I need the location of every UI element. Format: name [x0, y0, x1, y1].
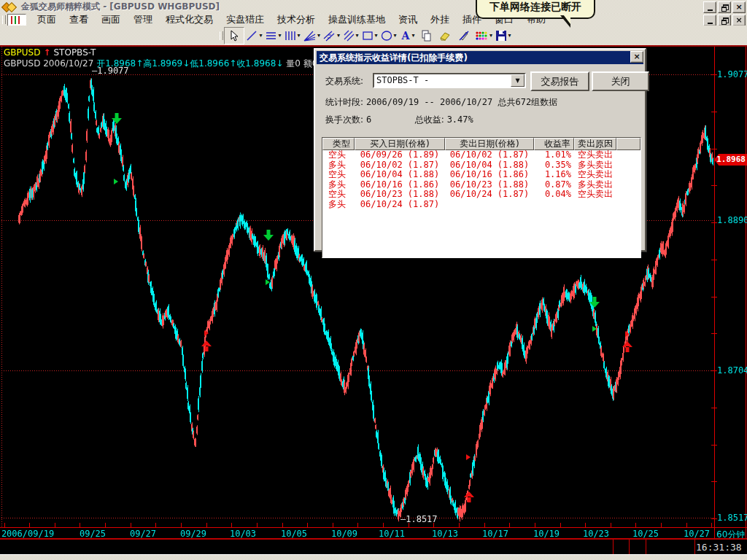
menu-item-1[interactable]: 查看: [63, 12, 95, 27]
minimize-button[interactable]: [703, 1, 716, 13]
rectangle-tool-dropdown-icon[interactable]: ▾: [375, 32, 378, 39]
verticals-tool-dropdown-icon[interactable]: ▾: [297, 32, 300, 39]
period-label: 统计时段:: [325, 97, 363, 107]
table-cell-3-4: 多头卖出: [574, 180, 616, 190]
table-cell-0-2: 06/10/02 (1.87): [445, 150, 534, 160]
channel-tool-dropdown-icon[interactable]: ▾: [337, 32, 340, 39]
combo-dropdown-button[interactable]: ▼: [511, 74, 525, 87]
copy-tool[interactable]: [417, 28, 436, 44]
period-value: 2006/09/19 -- 2006/10/27 总共672组数据: [366, 97, 557, 107]
hatch-tool-dropdown-icon[interactable]: ▾: [356, 32, 359, 39]
menu-item-3[interactable]: 管理: [127, 12, 159, 27]
table-cell-3-1: 06/10/16 (1.86): [355, 180, 445, 190]
menu-item-2[interactable]: 画面: [95, 12, 127, 27]
status-divider-0: [613, 540, 614, 554]
menu-item-8[interactable]: 资讯: [392, 12, 424, 27]
menu-item-9[interactable]: 外挂: [424, 12, 456, 27]
ellipse-tool-dropdown-icon[interactable]: ▾: [394, 32, 397, 39]
menu-item-0[interactable]: 页面: [31, 12, 63, 27]
column-header-1[interactable]: 买入日期(价格): [355, 138, 445, 150]
app-icon: [2, 2, 18, 12]
save-tool-dropdown-icon[interactable]: ▾: [508, 32, 511, 39]
y-axis-label-2: 1.8704: [717, 365, 747, 376]
x-axis-label-7: 10/11: [379, 529, 405, 539]
signal-up-arrow-icon: ↑: [40, 47, 53, 58]
menu-item-4[interactable]: 程式化交易: [159, 12, 220, 27]
turnover-line: 换手次数: 6 总收益: 3.47%: [325, 114, 473, 126]
close-button[interactable]: 关闭: [592, 71, 649, 91]
palette-tool[interactable]: ▾: [473, 28, 493, 44]
column-header-3[interactable]: 收益率: [534, 138, 574, 150]
trade-report-button[interactable]: 交易报告: [530, 71, 589, 91]
verticals-tool[interactable]: ▾: [282, 28, 301, 44]
table-cell-1-4: 多头卖出: [574, 160, 616, 171]
minimize-button[interactable]: [703, 15, 716, 26]
chart-icon[interactable]: [7, 14, 26, 26]
fan-tool[interactable]: ▾: [301, 28, 321, 44]
table-row[interactable]: 空头06/10/23 (1.88)06/10/24 (1.87)0.04%空头卖…: [322, 190, 640, 200]
minimize-icon: [708, 9, 713, 11]
column-header-4[interactable]: 卖出原因: [574, 138, 616, 150]
line-tool-dropdown-icon[interactable]: ▾: [259, 32, 262, 39]
palette-tool-dropdown-icon[interactable]: ▾: [489, 32, 492, 39]
price-annotation-0: —1.9077: [92, 66, 129, 76]
close-icon: ×: [735, 4, 742, 11]
table-row[interactable]: 多头06/10/24 (1.87): [322, 200, 640, 210]
fan-tool-dropdown-icon[interactable]: ▾: [317, 32, 320, 39]
table-cell-5-4: [574, 200, 616, 210]
restore-button[interactable]: [718, 15, 731, 26]
table-cell-5-0: 多头: [322, 200, 355, 210]
no-draw-tool[interactable]: [454, 28, 473, 44]
trades-table-body: 空头06/09/26 (1.89)06/10/02 (1.87)1.01%空头卖…: [322, 150, 640, 209]
table-cell-2-1: 06/10/04 (1.88): [355, 170, 445, 180]
channel-tool[interactable]: ▾: [321, 28, 341, 44]
table-row[interactable]: 空头06/10/04 (1.88)06/10/16 (1.86)1.16%空头卖…: [322, 170, 640, 180]
table-cell-3-0: 多头: [322, 180, 355, 190]
trendlines-tool-dropdown-icon[interactable]: ▾: [278, 32, 281, 39]
status-divider-3: [694, 540, 695, 554]
table-cell-4-1: 06/10/23 (1.88): [355, 190, 445, 200]
trades-table[interactable]: 类型买入日期(价格)卖出日期(价格)收益率卖出原因 空头06/09/26 (1.…: [322, 137, 641, 258]
x-axis-label-6: 10/09: [331, 529, 357, 539]
system-select[interactable]: STOPBS-T - ▼: [373, 73, 526, 88]
pointer-tool[interactable]: [224, 27, 244, 44]
eraser-tool[interactable]: [436, 28, 454, 44]
close-button[interactable]: ×: [732, 15, 746, 26]
table-cell-4-2: 06/10/24 (1.87): [445, 190, 534, 200]
menu-item-7[interactable]: 操盘训练基地: [322, 12, 392, 27]
close-button[interactable]: ×: [732, 1, 746, 13]
dialog-title-bar[interactable]: 交易系统指示收益详情(已扣除手续费): [317, 51, 643, 64]
ellipse-tool[interactable]: ▾: [379, 28, 398, 44]
text-tool-dropdown-icon[interactable]: ▾: [412, 32, 415, 39]
dialog-close-button[interactable]: ×: [630, 51, 643, 63]
trendlines-tool[interactable]: ▾: [263, 28, 282, 44]
hatch-tool[interactable]: ▾: [341, 28, 360, 44]
column-header-0[interactable]: 类型: [322, 138, 355, 150]
text-tool[interactable]: A▾: [398, 28, 417, 44]
menu-item-5[interactable]: 实盘猎庄: [220, 12, 271, 27]
table-cell-4-4: 空头卖出: [574, 190, 616, 200]
dialog-title: 交易系统指示收益详情(已扣除手续费): [320, 52, 468, 64]
column-header-2[interactable]: 卖出日期(价格): [445, 138, 534, 150]
x-axis-label-12: 10/25: [632, 529, 659, 539]
toolbar-grip[interactable]: [2, 15, 6, 24]
turnover-value: 6: [366, 114, 371, 125]
x-axis-label-4: 10/03: [230, 529, 256, 539]
table-row[interactable]: 空头06/09/26 (1.89)06/10/02 (1.87)1.01%空头卖…: [322, 150, 640, 160]
network-warning-text: 下单网络连接已断开: [477, 1, 594, 14]
close-icon: ×: [735, 17, 742, 24]
menu-item-6[interactable]: 技术分析: [271, 12, 322, 27]
table-cell-1-3: 0.35%: [534, 160, 574, 171]
save-tool[interactable]: ▾: [493, 28, 512, 44]
table-row[interactable]: 多头06/10/02 (1.87)06/10/04 (1.88)0.35%多头卖…: [322, 160, 640, 171]
status-bar: [0, 554, 747, 560]
application-window: 金狐交易师精粹模式 - [GBPUSD WHGBPUSD] × 页面查看画面管理…: [0, 0, 747, 560]
restore-button[interactable]: [718, 1, 731, 13]
table-row[interactable]: 多头06/10/16 (1.86)06/10/23 (1.88)0.87%多头卖…: [322, 180, 640, 190]
profit-value: 3.47%: [447, 114, 473, 125]
y-axis-label-0: 1.9077: [717, 69, 747, 79]
rectangle-tool[interactable]: ▾: [360, 28, 379, 44]
x-axis-label-11: 10/23: [583, 529, 609, 539]
toolbar-grip-2[interactable]: [220, 31, 223, 40]
line-tool[interactable]: ▾: [244, 28, 263, 44]
